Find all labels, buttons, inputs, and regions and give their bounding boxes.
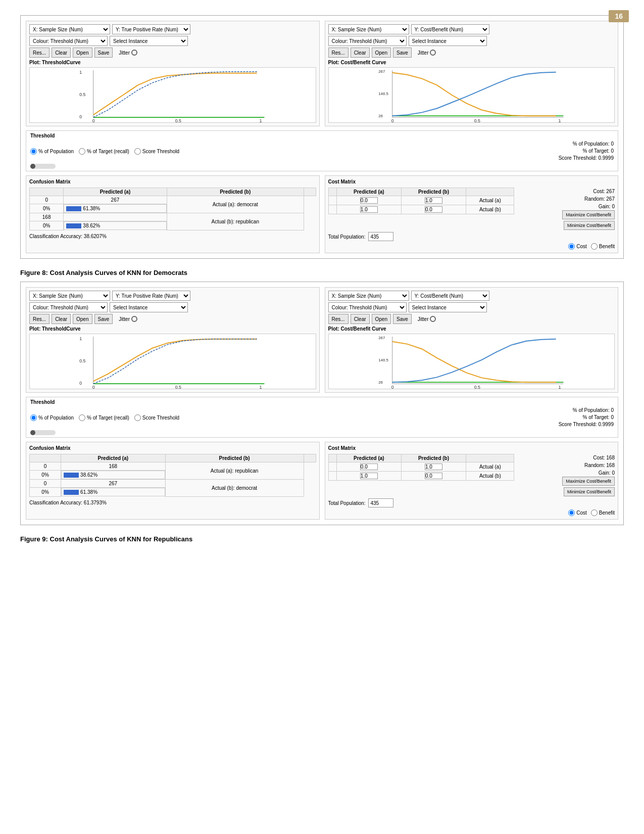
fig9-left-colour-select[interactable]: Colour: Threshold (Num): [29, 302, 108, 312]
fig8-right-colour-select[interactable]: Colour: Threshold (Num): [328, 36, 407, 46]
fig8-accuracy: Classification Accuracy: 38.6207%: [29, 234, 316, 239]
fig9-total-pop-row: Total Population:: [328, 498, 615, 507]
fig8-cost-radio-benefit[interactable]: Benefit: [591, 243, 615, 250]
fig8-cost-r2-b-input[interactable]: [425, 206, 442, 213]
fig8-left-save-button[interactable]: Save: [94, 48, 113, 58]
fig9-cost-r2-b-input[interactable]: [425, 473, 442, 479]
fig9-matrices-row: Confusion Matrix Predicted (a) Predicted…: [26, 442, 618, 520]
fig8-left-plot-title: Plot: ThresholdCurve: [29, 60, 316, 65]
fig9-right-plot-area: 267 146.5 26 0 0.5 1: [328, 334, 615, 389]
fig9-left-x-select[interactable]: X: Sample Size (Num): [29, 291, 110, 301]
fig8-right-y-select[interactable]: Y: Cost/Benefit (Num): [411, 24, 489, 34]
fig8-right-instance-select[interactable]: Select Instance: [409, 36, 487, 46]
fig9-conf-row3: 0 267 Actual (b): democrat: [30, 480, 316, 488]
fig8-maximize-button[interactable]: Maximize Cost/Benefit: [562, 210, 615, 219]
figure9-left-panel: X: Sample Size (Num) Y: True Positive Ra…: [26, 287, 320, 393]
fig9-radio-target-input[interactable]: [79, 414, 85, 421]
fig8-cost-table: Predicted (a) Predicted (b) Actual (a): [328, 188, 515, 214]
fig8-cost-radio-benefit-label: Benefit: [599, 244, 615, 249]
fig9-right-x-select[interactable]: X: Sample Size (Num): [328, 291, 409, 301]
fig9-left-open-button[interactable]: Open: [73, 314, 92, 324]
fig8-radio-population[interactable]: % of Population: [30, 148, 74, 155]
fig9-radio-target[interactable]: % of Target (recall): [79, 414, 129, 421]
fig9-threshold-slider[interactable]: [30, 430, 56, 435]
fig8-right-plot-title: Plot: Cost/Benefit Curve: [328, 60, 615, 65]
page-container: 16 X: Sample Size (Num) Y: True Positive…: [0, 0, 644, 834]
fig8-right-clear-button[interactable]: Clear: [351, 48, 370, 58]
fig8-cost-r1-a-input[interactable]: [360, 197, 378, 204]
fig8-left-colour-select[interactable]: Colour: Threshold (Num): [29, 36, 108, 46]
fig9-cost-btn-col: Maximize Cost/Benefit Minimize Cost/Bene…: [562, 477, 615, 496]
fig8-left-open-button[interactable]: Open: [73, 48, 92, 58]
fig9-cost-radio-benefit-input[interactable]: [591, 509, 598, 516]
fig9-right-y-select[interactable]: Y: Cost/Benefit (Num): [411, 291, 489, 301]
fig9-cost-row1: Actual (a): [328, 462, 514, 472]
fig9-cost-r1-a-input[interactable]: [360, 464, 378, 470]
fig8-left-x-select[interactable]: X: Sample Size (Num): [29, 24, 110, 34]
fig9-cost-r1-b-input[interactable]: [425, 464, 442, 470]
fig8-left-y-select[interactable]: Y: True Positive Rate (Num): [112, 24, 190, 34]
fig9-right-save-button[interactable]: Save: [393, 314, 412, 324]
svg-text:0.5: 0.5: [175, 385, 181, 389]
fig8-cost-r2-a-input[interactable]: [360, 206, 378, 213]
fig8-conf-r1-val-b: 267: [64, 196, 167, 204]
fig8-radio-pop-input[interactable]: [30, 148, 37, 155]
fig9-radio-population[interactable]: % of Population: [30, 414, 74, 421]
fig8-radio-score-input[interactable]: [134, 148, 141, 155]
fig8-conf-th-b: Predicted (b): [167, 188, 304, 196]
fig8-conf-r3-val-b: [64, 213, 167, 221]
fig9-left-save-button[interactable]: Save: [94, 314, 113, 324]
fig8-left-clear-button[interactable]: Clear: [52, 48, 71, 58]
fig9-right-clear-button[interactable]: Clear: [351, 314, 370, 324]
fig8-radio-score[interactable]: Score Threshold: [134, 148, 179, 155]
fig8-radio-group: % of Population % of Target (recall) Sco…: [30, 148, 179, 155]
fig9-conf-r4-pct-b: 61.38%: [61, 488, 165, 496]
fig8-minimize-button[interactable]: Minimize Cost/Benefit: [564, 221, 615, 230]
fig8-cost-radio-cost-input[interactable]: [568, 243, 575, 250]
fig9-cost-radio-cost[interactable]: Cost: [568, 509, 587, 516]
fig9-left-instance-select[interactable]: Select Instance: [110, 302, 188, 312]
fig9-right-plot-svg: 267 146.5 26 0 0.5 1: [329, 334, 615, 389]
fig8-conf-th-label: [304, 188, 316, 196]
fig9-cost-r2-a-input[interactable]: [360, 473, 378, 479]
fig9-radio-pop-input[interactable]: [30, 414, 37, 421]
fig8-right-save-button[interactable]: Save: [393, 48, 412, 58]
fig9-radio-group: % of Population % of Target (recall) Sco…: [30, 414, 179, 421]
fig9-right-instance-select[interactable]: Select Instance: [409, 302, 487, 312]
fig9-cost-radio-cost-input[interactable]: [568, 509, 575, 516]
fig9-maximize-button[interactable]: Maximize Cost/Benefit: [562, 477, 615, 486]
fig9-threshold-title: Threshold: [30, 399, 614, 405]
fig8-radio-target[interactable]: % of Target (recall): [79, 148, 129, 155]
fig9-radio-score[interactable]: Score Threshold: [134, 414, 179, 421]
fig8-right-open-button[interactable]: Open: [372, 48, 391, 58]
fig9-total-pop-input[interactable]: [368, 498, 393, 507]
fig8-right-res-button[interactable]: Res...: [328, 48, 349, 58]
fig8-right-jitter-text: Jitter: [418, 50, 429, 56]
fig8-total-pop-input[interactable]: [368, 232, 393, 241]
fig8-radio-target-input[interactable]: [79, 148, 85, 155]
fig9-conf-r1-val-a: 0: [30, 462, 61, 471]
fig9-right-open-button[interactable]: Open: [372, 314, 391, 324]
fig8-cost-radio-cost[interactable]: Cost: [568, 243, 587, 250]
svg-text:1: 1: [260, 385, 262, 389]
fig8-cost-radio-benefit-input[interactable]: [591, 243, 598, 250]
fig9-left-y-select[interactable]: Y: True Positive Rate (Num): [112, 291, 190, 301]
fig9-right-res-button[interactable]: Res...: [328, 314, 349, 324]
fig8-cost-r1-b-input[interactable]: [425, 197, 442, 204]
fig9-cost-th-empty: [328, 454, 337, 462]
fig9-right-colour-select[interactable]: Colour: Threshold (Num): [328, 302, 407, 312]
fig9-left-clear-button[interactable]: Clear: [52, 314, 71, 324]
fig9-conf-r3-val-b: 267: [61, 480, 165, 488]
svg-text:0: 0: [79, 381, 82, 386]
fig8-right-x-select[interactable]: X: Sample Size (Num): [328, 24, 409, 34]
fig8-left-res-button[interactable]: Res...: [29, 48, 49, 58]
fig8-cost-header-row: Predicted (a) Predicted (b) Actual (a): [328, 188, 615, 230]
fig9-left-res-button[interactable]: Res...: [29, 314, 49, 324]
fig9-minimize-button[interactable]: Minimize Cost/Benefit: [564, 487, 615, 496]
figure8-left-panel: X: Sample Size (Num) Y: True Positive Ra…: [26, 21, 320, 126]
fig8-threshold-slider[interactable]: [30, 164, 56, 169]
fig9-cost-radio-benefit[interactable]: Benefit: [591, 509, 615, 516]
fig8-left-instance-select[interactable]: Select Instance: [110, 36, 188, 46]
fig9-radio-score-input[interactable]: [134, 414, 141, 421]
fig9-cost-row2: Actual (b): [328, 472, 514, 481]
